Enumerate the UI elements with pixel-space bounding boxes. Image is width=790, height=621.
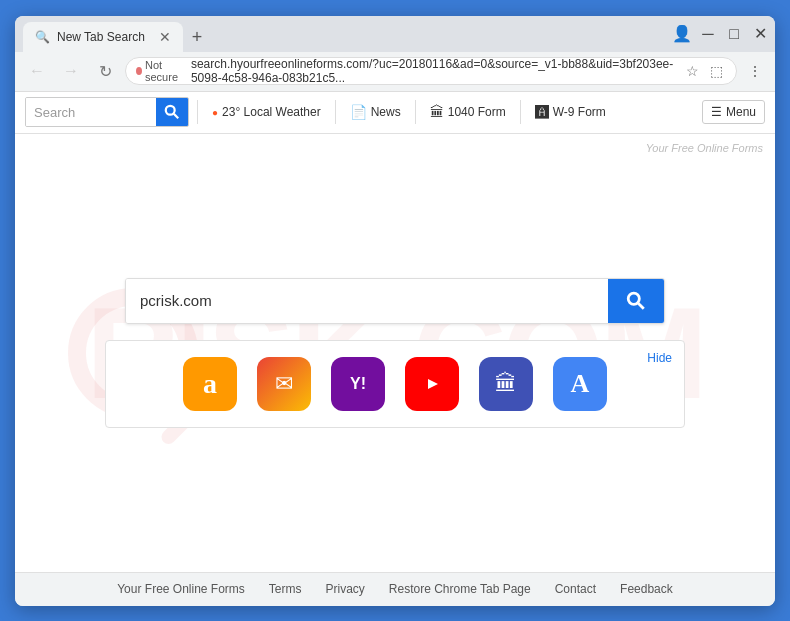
star-icon[interactable]: ☆ — [682, 61, 702, 81]
url-text: search.hyourfreeonlineforms.com/?uc=2018… — [191, 57, 676, 85]
footer-link-feedback[interactable]: Feedback — [620, 582, 673, 596]
address-bar: ← → ↻ Not secure search.hyourfreeonlinef… — [15, 52, 775, 92]
refresh-button[interactable]: ↻ — [91, 57, 119, 85]
amazon-icon: a — [183, 357, 237, 411]
close-button[interactable]: ✕ — [753, 27, 767, 41]
w9-label: W-9 Form — [553, 105, 606, 119]
toolbar-w9[interactable]: 🅰 W-9 Form — [529, 100, 612, 124]
footer-link-terms[interactable]: Terms — [269, 582, 302, 596]
yahoo-icon: Y! — [331, 357, 385, 411]
not-secure-label: Not secure — [145, 59, 185, 83]
toolbar-1040[interactable]: 🏛 1040 Form — [424, 100, 512, 124]
maximize-button[interactable]: □ — [727, 27, 741, 41]
url-actions: ☆ ⬚ — [682, 61, 726, 81]
hide-link[interactable]: Hide — [647, 351, 672, 365]
svg-point-0 — [166, 106, 175, 115]
toolbar-search-button[interactable] — [156, 97, 188, 127]
back-button[interactable]: ← — [23, 57, 51, 85]
title-bar: 🔍 New Tab Search ✕ + 👤 ─ □ ✕ — [15, 16, 775, 52]
main-content: Your Free Online Forms RISK.COM — [15, 134, 775, 572]
security-indicator: Not secure — [136, 59, 185, 83]
quick-link-amazon[interactable]: a — [183, 357, 237, 411]
news-label: News — [371, 105, 401, 119]
tab-area: 🔍 New Tab Search ✕ + — [23, 16, 671, 52]
weather-label: 23° Local Weather — [222, 105, 321, 119]
bank-icon: 🏛 — [479, 357, 533, 411]
quick-links-container: Hide a ✉ Y! — [105, 340, 685, 428]
toolbar-news[interactable]: 📄 News — [344, 100, 407, 124]
browser-window: 🔍 New Tab Search ✕ + 👤 ─ □ ✕ ← → ↻ Not s… — [15, 16, 775, 606]
svg-line-1 — [174, 114, 178, 118]
quick-link-gmail[interactable]: ✉ — [257, 357, 311, 411]
footer-link-forms[interactable]: Your Free Online Forms — [117, 582, 245, 596]
quick-link-fonts[interactable]: A — [553, 357, 607, 411]
footer-link-contact[interactable]: Contact — [555, 582, 596, 596]
search-section: Hide a ✉ Y! — [15, 278, 775, 428]
url-bar[interactable]: Not secure search.hyourfreeonlineforms.c… — [125, 57, 737, 85]
toolbar-separator-2 — [335, 100, 336, 124]
cast-icon[interactable]: ⬚ — [706, 61, 726, 81]
main-search-button[interactable] — [608, 279, 664, 323]
account-icon[interactable]: 👤 — [675, 27, 689, 41]
hamburger-icon: ☰ — [711, 105, 722, 119]
main-search-input[interactable] — [126, 279, 608, 323]
form-1040-label: 1040 Form — [448, 105, 506, 119]
form-1040-icon: 🏛 — [430, 104, 444, 120]
toolbar: ● 23° Local Weather 📄 News 🏛 1040 Form 🅰… — [15, 92, 775, 134]
active-tab[interactable]: 🔍 New Tab Search ✕ — [23, 22, 183, 52]
main-search-box[interactable] — [125, 278, 665, 324]
svg-point-2 — [628, 293, 639, 304]
brand-label: Your Free Online Forms — [646, 142, 763, 154]
extension-icons: ⋮ — [743, 59, 767, 83]
tab-favicon: 🔍 — [35, 30, 49, 44]
tab-title: New Tab Search — [57, 30, 145, 44]
news-icon: 📄 — [350, 104, 367, 120]
toolbar-separator-3 — [415, 100, 416, 124]
tab-close-button[interactable]: ✕ — [159, 29, 171, 45]
toolbar-separator-1 — [197, 100, 198, 124]
minimize-button[interactable]: ─ — [701, 27, 715, 41]
forward-button[interactable]: → — [57, 57, 85, 85]
window-controls: 👤 ─ □ ✕ — [675, 27, 767, 41]
quick-link-youtube[interactable] — [405, 357, 459, 411]
toolbar-search-box[interactable] — [25, 97, 189, 127]
extension-icon-1[interactable]: ⋮ — [743, 59, 767, 83]
quick-links: a ✉ Y! — [126, 357, 664, 411]
toolbar-weather[interactable]: ● 23° Local Weather — [206, 101, 327, 123]
gmail-icon: ✉ — [257, 357, 311, 411]
w9-icon: 🅰 — [535, 104, 549, 120]
insecure-dot — [136, 67, 142, 75]
svg-line-3 — [638, 303, 644, 309]
footer-link-restore[interactable]: Restore Chrome Tab Page — [389, 582, 531, 596]
menu-label: Menu — [726, 105, 756, 119]
weather-dot: ● — [212, 107, 218, 118]
quick-link-yahoo[interactable]: Y! — [331, 357, 385, 411]
new-tab-button[interactable]: + — [183, 24, 211, 52]
footer-link-privacy[interactable]: Privacy — [326, 582, 365, 596]
footer: Your Free Online Forms Terms Privacy Res… — [15, 572, 775, 606]
menu-button[interactable]: ☰ Menu — [702, 100, 765, 124]
toolbar-separator-4 — [520, 100, 521, 124]
quick-link-bank[interactable]: 🏛 — [479, 357, 533, 411]
fonts-icon: A — [553, 357, 607, 411]
youtube-icon — [405, 357, 459, 411]
toolbar-search-input[interactable] — [26, 98, 156, 126]
